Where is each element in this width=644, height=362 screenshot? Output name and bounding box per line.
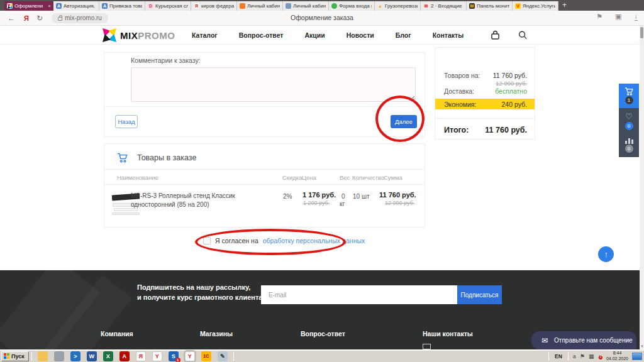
summary-delivery-row: Доставка: бесплатно (444, 87, 527, 95)
nav-promos[interactable]: Акции (305, 31, 325, 39)
divider (104, 106, 425, 107)
tab-account-2[interactable]: Личный кабин (283, 1, 329, 11)
search-icon[interactable] (518, 30, 527, 42)
nav-faq[interactable]: Вопрос-ответ (239, 31, 284, 39)
nav-catalog[interactable]: Каталог (192, 31, 218, 39)
tab-monitoring[interactable]: M Панель монито (467, 1, 513, 11)
floating-cart-button[interactable]: 1 (619, 84, 639, 108)
explorer-icon[interactable] (38, 351, 48, 361)
envelope-icon: ✉ (541, 336, 548, 345)
tab-label: Курьерская слу (155, 3, 188, 9)
scrollbar-thumb[interactable] (640, 27, 643, 38)
col-name: Наименование (117, 174, 158, 181)
annotation-circle-consent (195, 229, 346, 255)
divider (548, 352, 549, 361)
floating-compare-button[interactable]: 0 (619, 133, 639, 157)
tab-courier[interactable]: D Курьерская слу (145, 1, 191, 11)
tab-close-icon[interactable]: × (48, 3, 51, 9)
tab-checkout[interactable]: Оформлени × (4, 1, 53, 11)
summary-total-row: Итого: 11 760 руб. (444, 126, 527, 134)
word-icon[interactable]: W (87, 351, 97, 361)
pinwheel-icon (8, 4, 13, 9)
taskbar-clock[interactable]: 8:44 04.02.2020 (606, 351, 628, 362)
network-icon[interactable]: ▦ (589, 353, 594, 359)
collections-icon[interactable]: ▣ (615, 13, 621, 21)
footer-link-contacts[interactable]: Наши контакты (423, 330, 473, 337)
graphics-icon[interactable]: ✎ (218, 351, 228, 361)
show-desktop-button[interactable] (632, 353, 642, 360)
tab-services[interactable]: V Яндекс.Услуги (513, 1, 558, 11)
footer-link-company[interactable]: Компания (101, 330, 133, 337)
new-tab-button[interactable]: + (562, 1, 567, 9)
chat-widget[interactable]: ✉ Отправьте нам сообщение (531, 331, 636, 349)
nav-blog[interactable]: Блог (396, 31, 411, 39)
tray-app-icon[interactable]: a (573, 353, 576, 359)
tab-login-form[interactable]: Форма входа в (329, 1, 375, 11)
yandex-icon[interactable]: Я (136, 351, 146, 361)
col-qty: Количество (352, 174, 384, 181)
product-total: 11 760 руб. (379, 191, 416, 199)
tab-authorization[interactable]: A Авторизация, р (53, 1, 99, 11)
comment-label: Комментарии к заказу: (131, 57, 201, 64)
scroll-to-top-button[interactable]: ↑ (598, 246, 614, 262)
y-browser-active-icon[interactable]: Y (185, 351, 195, 361)
page-scrollbar[interactable]: ▼ (640, 26, 644, 349)
onec-icon[interactable]: 1С (201, 351, 211, 361)
footer-link-faq[interactable]: Вопрос-ответ (301, 330, 345, 337)
product-discount: 2% (283, 193, 292, 200)
col-price: Цена (302, 174, 316, 181)
excel-icon[interactable]: X (103, 351, 113, 361)
newsletter-text: Подпишитесь на нашу рассылку, и получите… (137, 283, 265, 303)
tab-cargo[interactable]: ▲ Грузоперевозк (375, 1, 421, 11)
powershell-icon[interactable]: > (70, 351, 80, 361)
back-button[interactable]: Назад (115, 115, 138, 128)
bookmark-icon[interactable]: ⚑ (596, 13, 602, 21)
annotation-circle-next (375, 96, 425, 142)
computer-icon[interactable] (54, 351, 64, 361)
footer-link-stores[interactable]: Магазины (200, 330, 233, 337)
order-summary-card: Товаров на: 11 760 руб. 12 000 руб. Дост… (435, 47, 535, 140)
download-icon[interactable]: ↓ (635, 13, 638, 21)
col-sum: Сумма (384, 174, 402, 181)
tab-favicon (331, 3, 337, 9)
savings-label: Экономия: (444, 101, 476, 108)
tab-linking[interactable]: A Привязка това (99, 1, 145, 11)
envelope-icon (423, 344, 431, 349)
tab-label: Личный кабин (293, 3, 326, 9)
savings-value: 240 руб. (502, 101, 527, 108)
y-browser-icon[interactable]: Y (152, 351, 162, 361)
newsletter-subscribe-button[interactable]: Подписаться (457, 285, 502, 304)
site-logo[interactable]: MIXPROMO (103, 28, 175, 42)
tab-search[interactable]: Я киров федерал (191, 1, 237, 11)
product-name[interactable]: MP-RS-3 Роллерный стенд Классик одностор… (131, 192, 280, 209)
mixpromo-favicon (7, 3, 13, 9)
nav-contacts[interactable]: Контакты (433, 31, 464, 39)
compare-count-badge: 0 (625, 145, 633, 153)
screen: Оформлени × A Авторизация, р A Привязка … (0, 0, 644, 362)
delivery-value: бесплатно (495, 87, 527, 95)
comment-textarea[interactable] (131, 67, 416, 102)
scrollbar-down-icon[interactable]: ▼ (640, 344, 644, 348)
tab-account-1[interactable]: Личный кабин (237, 1, 283, 11)
skype-icon[interactable]: S1 (169, 351, 179, 361)
tab-favicon (286, 3, 291, 9)
summary-items-row: Товаров на: 11 760 руб. (444, 72, 527, 79)
page-title: Оформление заказа (0, 14, 644, 21)
tab-favicon: A (102, 3, 108, 9)
nav-news[interactable]: Новости (347, 31, 374, 39)
newsletter-email-input[interactable] (261, 285, 457, 304)
flag-icon[interactable]: ⚑ (580, 353, 585, 359)
language-indicator[interactable]: EN (552, 353, 565, 359)
account-lock-icon[interactable] (491, 30, 499, 42)
tab-favicon: A (56, 3, 62, 9)
start-button[interactable]: Пуск (1, 351, 29, 361)
product-weight-unit: кг (340, 200, 345, 207)
tab-favicon (240, 3, 245, 9)
order-items-title-text: Товары в заказе (137, 153, 196, 162)
acrobat-icon[interactable]: A (119, 351, 130, 361)
tab-inbox[interactable]: ✉ 2 · Входящие (421, 1, 467, 11)
volume-muted-icon[interactable]: ♪× (597, 353, 601, 359)
tab-label: Личный кабин (247, 3, 280, 9)
col-weight: Вес (340, 174, 350, 181)
floating-favorites-button[interactable]: ♡ 0 (619, 108, 639, 133)
